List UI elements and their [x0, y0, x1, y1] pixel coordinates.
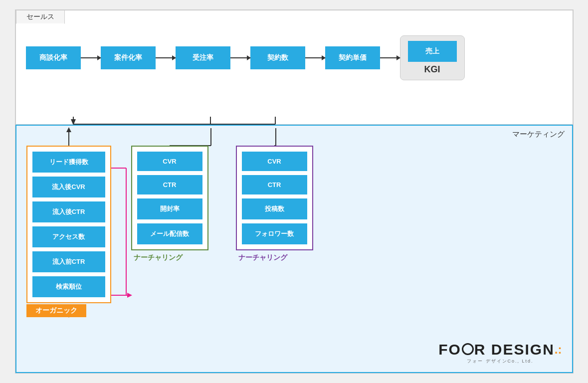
arrow-3 — [230, 57, 250, 58]
box-keiyaku: 契約数 — [250, 46, 305, 69]
sales-flow: 商談化率 案件化率 受注率 契約数 契約単価 売上 KGI — [26, 30, 563, 83]
svg-marker-8 — [127, 293, 132, 298]
nurturing-purple-label: ナーチャリング — [236, 251, 290, 264]
purple-posts: 投稿数 — [242, 198, 307, 219]
logo-circle — [462, 343, 474, 355]
nurturing-green: CVR CTR 開封率 メール配信数 ナーチャリング — [131, 146, 208, 250]
nurturing-purple-items: CVR CTR 投稿数 フォロワー数 — [242, 152, 307, 244]
arrow-1 — [81, 57, 101, 58]
box-shodan: 商談化率 — [26, 46, 81, 69]
sales-label: セールス — [16, 10, 65, 24]
sales-section: セールス 商談化率 案件化率 受注率 契約数 契約単価 売上 KGI — [15, 10, 573, 125]
purple-cvr: CVR — [242, 152, 307, 171]
logo-area: FO R DESIGN .: フォー デザインCo., Ltd. — [438, 341, 562, 365]
nurturing-green-items: CVR CTR 開封率 メール配信数 — [137, 152, 202, 244]
svg-marker-6 — [66, 127, 71, 132]
organic-label: オーガニック — [26, 304, 86, 317]
logo-sub: フォー デザインCo., Ltd. — [467, 358, 534, 365]
green-kaifu: 開封率 — [137, 198, 202, 219]
organic-item-cvr: 流入後CVR — [32, 177, 105, 197]
green-ctr: CTR — [137, 175, 202, 194]
marketing-label: マーケティング — [512, 130, 565, 139]
green-cvr: CVR — [137, 152, 202, 171]
green-mail: メール配信数 — [137, 223, 202, 244]
arrow-2 — [156, 57, 176, 58]
box-juchu: 受注率 — [176, 46, 230, 69]
organic-item-search: 検索順位 — [32, 276, 105, 297]
organic-items: リード獲得数 流入後CVR 流入後CTR アクセス数 流入前CTR 検索順位 — [32, 152, 105, 297]
logo-r-design: R DESIGN — [474, 341, 555, 358]
nurturing-purple: CVR CTR 投稿数 フォロワー数 ナーチャリング — [236, 146, 313, 250]
organic-item-access: アクセス数 — [32, 226, 105, 247]
purple-followers: フォロワー数 — [242, 223, 307, 244]
box-anken: 案件化率 — [101, 46, 156, 69]
arrow-4 — [305, 57, 325, 58]
organic-item-ctr: 流入後CTR — [32, 201, 105, 222]
logo-dots: .: — [555, 344, 562, 356]
organic-item-prectr: 流入前CTR — [32, 251, 105, 272]
nurturing-green-label: ナーチャリング — [131, 251, 185, 264]
box-tanka: 契約単価 — [325, 46, 380, 69]
arrow-5 — [380, 57, 400, 58]
kgi-text: KGI — [424, 64, 440, 75]
sales-to-marketing-arrows — [16, 84, 573, 124]
logo-fo: FO — [438, 341, 461, 358]
organic-group: リード獲得数 流入後CVR 流入後CTR アクセス数 流入前CTR 検索順位 オ… — [26, 146, 111, 303]
logo: FO R DESIGN .: — [438, 341, 562, 358]
main-container: セールス 商談化率 案件化率 受注率 契約数 契約単価 売上 KGI — [15, 9, 574, 374]
kgi-uriage: 売上 — [408, 41, 457, 62]
purple-ctr: CTR — [242, 175, 307, 194]
organic-item-lead: リード獲得数 — [32, 152, 105, 173]
kgi-box: 売上 KGI — [400, 35, 465, 80]
marketing-section: マーケティング — [15, 125, 573, 373]
